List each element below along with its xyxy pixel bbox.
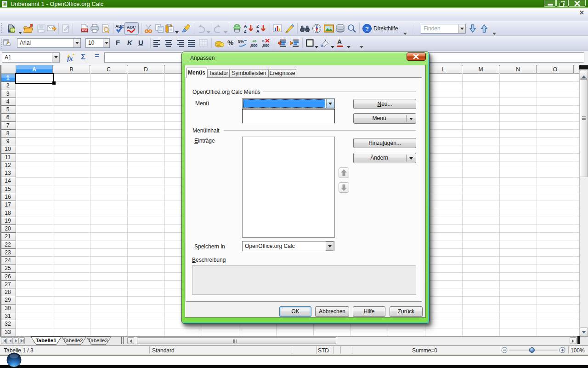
svg-text:PDF: PDF	[82, 29, 87, 32]
svg-text:5%: 5%	[238, 39, 244, 44]
svg-text:Z: Z	[244, 29, 247, 34]
svg-text:ABC: ABC	[127, 25, 136, 29]
svg-text:Z: Z	[256, 24, 259, 29]
svg-text:Tabelle1: Tabelle1	[35, 338, 57, 343]
svg-text:+0: +0	[252, 39, 257, 43]
svg-text:?: ?	[365, 25, 369, 32]
svg-text:Tabelle2: Tabelle2	[63, 338, 83, 343]
svg-text:A: A	[256, 29, 260, 34]
svg-text:Tabelle3: Tabelle3	[88, 338, 108, 343]
svg-text:,000: ,000	[262, 43, 270, 48]
svg-text:A: A	[244, 24, 247, 29]
svg-text:ABC: ABC	[115, 24, 124, 29]
svg-text:0: 0	[262, 39, 265, 43]
svg-text:,000: ,000	[250, 43, 258, 48]
